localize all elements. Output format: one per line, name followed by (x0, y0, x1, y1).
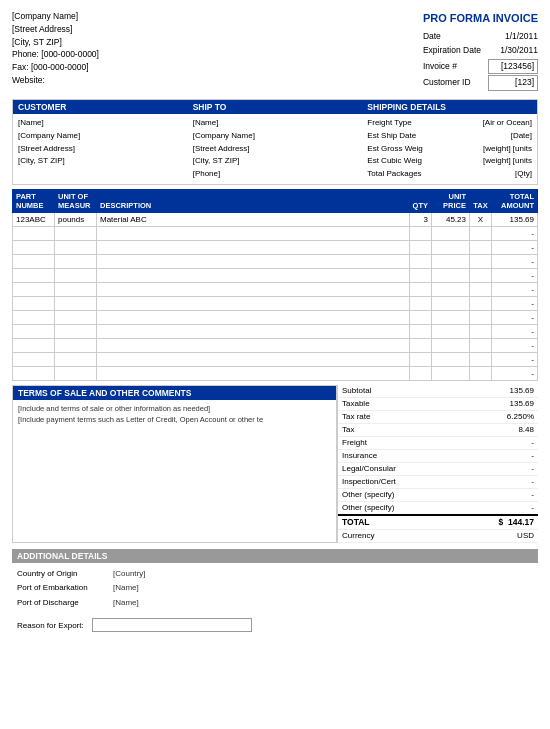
cell-unit: pounds (55, 212, 97, 226)
est-ship-row: Est Ship Date [Date] (367, 130, 532, 143)
cell-unit (55, 296, 97, 310)
total-value: $ 144.17 (455, 515, 538, 530)
customer-id-input[interactable]: [123] (488, 75, 539, 91)
cell-desc (97, 226, 410, 240)
inspection-value: - (455, 475, 538, 488)
cell-tax (470, 268, 492, 282)
cell-unit (55, 366, 97, 380)
expiration-label: Expiration Date (423, 44, 482, 58)
cell-total: - (492, 338, 538, 352)
date-label: Date (423, 30, 482, 44)
cell-part (13, 366, 55, 380)
invoice-info: PRO FORMA INVOICE Date 1/1/2011 Expirati… (423, 10, 538, 91)
terms-content: [Include and terms of sale or other info… (13, 400, 336, 429)
table-row: - (13, 282, 538, 296)
cell-tax (470, 254, 492, 268)
cell-price (432, 296, 470, 310)
port-discharge-value: [Name] (113, 596, 139, 610)
cell-tax (470, 282, 492, 296)
company-website: Website: (12, 74, 99, 87)
cell-part (13, 338, 55, 352)
table-row: 123ABCpoundsMaterial ABC345.23X135.69 (13, 212, 538, 226)
cell-total: - (492, 324, 538, 338)
total-symbol: $ (499, 517, 504, 527)
cell-part (13, 282, 55, 296)
taxable-label: Taxable (338, 397, 455, 410)
customer-fields: [Name] [Company Name] [Street Address] [… (13, 114, 188, 171)
tax-rate-label: Tax rate (338, 410, 455, 423)
est-ship-value: [Date] (511, 130, 532, 143)
port-discharge-label: Port of Discharge (17, 596, 107, 610)
cell-part (13, 310, 55, 324)
company-info: [Company Name] [Street Address] [City, S… (12, 10, 99, 91)
cell-price (432, 352, 470, 366)
company-name: [Company Name] (12, 10, 99, 23)
other2-value: - (455, 501, 538, 515)
cell-total: 135.69 (492, 212, 538, 226)
total-packages-row: Total Packages [Qty] (367, 168, 532, 181)
port-embark-value: [Name] (113, 581, 139, 595)
est-cubic-row: Est Cubic Weig [weight] [units (367, 155, 532, 168)
totals-section: Subtotal 135.69 Taxable 135.69 Tax rate … (337, 385, 538, 543)
cell-part: 123ABC (13, 212, 55, 226)
cell-part (13, 324, 55, 338)
other2-label: Other (specify) (338, 501, 455, 515)
cell-total: - (492, 352, 538, 366)
cell-unit (55, 282, 97, 296)
customer-label: Customer ID (423, 76, 482, 90)
cell-qty (409, 352, 431, 366)
other2-row: Other (specify) - (338, 501, 538, 515)
cell-tax: X (470, 212, 492, 226)
customer-street: [Street Address] (18, 143, 183, 156)
other1-row: Other (specify) - (338, 488, 538, 501)
tax-row: Tax 8.48 (338, 423, 538, 436)
table-row: - (13, 296, 538, 310)
cell-total: - (492, 254, 538, 268)
insurance-label: Insurance (338, 449, 455, 462)
cell-price (432, 226, 470, 240)
cell-tax (470, 366, 492, 380)
cell-desc (97, 240, 410, 254)
cell-qty (409, 268, 431, 282)
freight-label: Freight (338, 436, 455, 449)
col-unit-of: UNIT OFMEASUR (55, 189, 97, 212)
cell-unit (55, 226, 97, 240)
terms-line1: [Include and terms of sale or other info… (18, 403, 331, 414)
cell-qty (409, 282, 431, 296)
reason-input[interactable] (92, 618, 252, 632)
legal-label: Legal/Consular (338, 462, 455, 475)
cell-qty (409, 366, 431, 380)
cell-part (13, 226, 55, 240)
cell-price (432, 240, 470, 254)
total-packages-label: Total Packages (367, 168, 421, 181)
table-row: - (13, 352, 538, 366)
cell-qty (409, 254, 431, 268)
additional-section: ADDITIONAL DETAILS Country of Origin [Co… (12, 549, 538, 632)
table-row: - (13, 310, 538, 324)
cell-desc (97, 268, 410, 282)
cell-total: - (492, 282, 538, 296)
cell-desc (97, 324, 410, 338)
other1-label: Other (specify) (338, 488, 455, 501)
terms-line2: [Include payment terms such as Letter of… (18, 414, 331, 425)
table-row: - (13, 324, 538, 338)
tax-value: 8.48 (455, 423, 538, 436)
ship-to-col: SHIP TO [Name] [Company Name] [Street Ad… (188, 100, 363, 184)
ship-to-header: SHIP TO (188, 100, 363, 114)
cell-qty (409, 310, 431, 324)
items-table: PARTNUMBE UNIT OFMEASUR DESCRIPTION QTY … (12, 189, 538, 381)
cell-qty (409, 226, 431, 240)
invoice-number-input[interactable]: [123456] (488, 59, 539, 75)
customer-header: CUSTOMER (13, 100, 188, 114)
country-row: Country of Origin [Country] (17, 567, 533, 581)
invoice-grid: Date 1/1/2011 Expiration Date 1/30/2011 … (423, 30, 538, 91)
tax-rate-value: 6.250% (455, 410, 538, 423)
cell-qty: 3 (409, 212, 431, 226)
table-row: - (13, 338, 538, 352)
company-phone: Phone: [000-000-0000] (12, 48, 99, 61)
inspection-label: Inspection/Cert (338, 475, 455, 488)
insurance-row: Insurance - (338, 449, 538, 462)
customer-company: [Company Name] (18, 130, 183, 143)
additional-content: Country of Origin [Country] Port of Emba… (12, 565, 538, 612)
company-street: [Street Address] (12, 23, 99, 36)
